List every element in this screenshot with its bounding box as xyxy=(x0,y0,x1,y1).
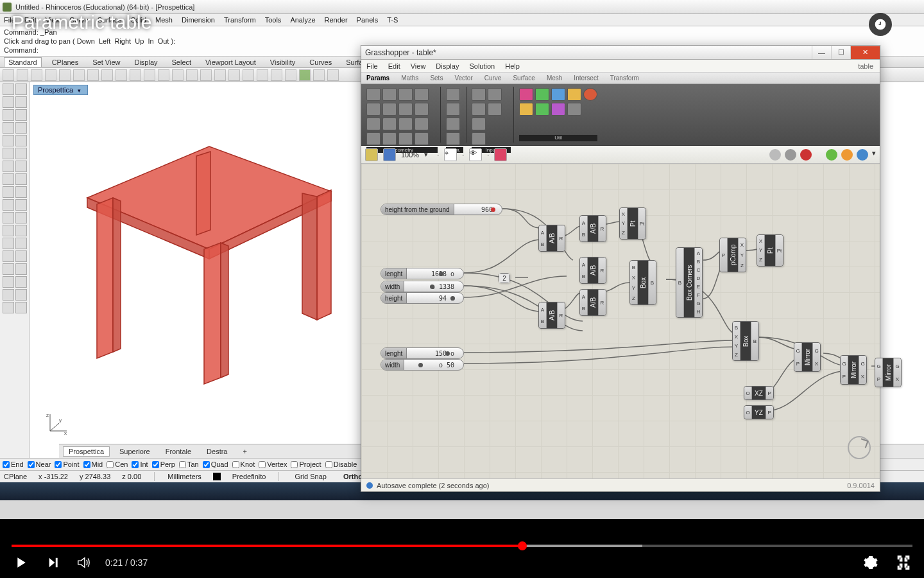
node-mirror-3[interactable]: GPMirrorGX xyxy=(875,358,902,387)
slider-lenght2[interactable]: lenght 150 o xyxy=(381,347,464,359)
slider-hfg-handle[interactable] xyxy=(491,207,495,212)
node-div-5[interactable]: ABA/BR xyxy=(538,302,565,329)
tool-pan-icon[interactable] xyxy=(130,69,141,81)
node-pt-2[interactable]: XYZPtPt xyxy=(757,234,783,267)
tool-undo-icon[interactable] xyxy=(101,69,113,81)
node-yz[interactable]: OYZP xyxy=(744,405,774,419)
slider-height1-handle[interactable] xyxy=(450,296,455,301)
ltb-line-icon[interactable] xyxy=(3,96,14,108)
node-xz[interactable]: OXZP xyxy=(744,386,774,400)
gh-menu-help[interactable]: Help xyxy=(505,62,520,70)
tool-new-icon[interactable] xyxy=(3,69,14,81)
tbtab-setview[interactable]: Set View xyxy=(89,58,124,67)
menu-analyze[interactable]: Analyze xyxy=(290,16,315,24)
gh-solver-recompute-icon[interactable] xyxy=(857,149,868,161)
gh-sketch-icon[interactable] xyxy=(494,148,507,161)
ghtab-intersect[interactable]: Intersect xyxy=(574,74,598,82)
gh-menu-file[interactable]: File xyxy=(366,62,378,70)
gh-preview-wire-icon[interactable] xyxy=(785,149,796,161)
node-div-4[interactable]: ABA/BR xyxy=(579,289,606,316)
ltb-pointer-icon[interactable] xyxy=(3,83,14,95)
gh-settings-dd-icon[interactable]: ▾ xyxy=(872,149,876,161)
slider-lenght1[interactable]: lenght 1628 o xyxy=(381,268,464,279)
gh-menubar[interactable]: File Edit View Display Solution Help tab… xyxy=(361,60,880,73)
tbtab-display[interactable]: Display xyxy=(130,58,161,67)
gh-zoom-dd-icon[interactable]: ▾ xyxy=(424,150,428,159)
osnap-tan-check[interactable] xyxy=(179,461,186,468)
ltb-rotate2-icon[interactable] xyxy=(3,225,14,236)
ghtab-vector[interactable]: Vector xyxy=(454,74,472,82)
osnap-tan[interactable]: Tan xyxy=(179,460,199,468)
tool-cut-icon[interactable] xyxy=(59,69,71,81)
node-box-2[interactable]: BXYZBoxB xyxy=(732,321,759,361)
toggle-gridsnap[interactable]: Grid Snap xyxy=(292,473,329,480)
tool-copy-icon[interactable] xyxy=(73,69,85,81)
tool-4views-icon[interactable] xyxy=(200,69,212,81)
menu-render[interactable]: Render xyxy=(325,16,348,24)
video-scrubber[interactable] xyxy=(518,541,527,550)
ltb-arc-icon[interactable] xyxy=(3,122,14,134)
ltb-split-icon[interactable] xyxy=(3,199,14,211)
menu-dimension[interactable]: Dimension xyxy=(182,16,215,24)
gh-menu-edit[interactable]: Edit xyxy=(388,62,400,70)
gh-category-tabs[interactable]: Params Maths Sets Vector Curve Surface M… xyxy=(361,73,880,84)
ltb-boolean-icon[interactable] xyxy=(3,276,14,288)
gh-menu-solution[interactable]: Solution xyxy=(469,62,495,70)
tool-help-icon[interactable] xyxy=(327,69,339,81)
ltb-surface-icon[interactable] xyxy=(3,148,14,159)
gh-compass-icon[interactable] xyxy=(848,436,871,459)
menu-mesh[interactable]: Mesh xyxy=(155,16,173,24)
ltb-options2-icon[interactable] xyxy=(3,302,14,313)
osnap-cen[interactable]: Cen xyxy=(107,460,128,468)
ghtab-surface[interactable]: Surface xyxy=(513,74,535,82)
vtab-superiore[interactable]: Superiore xyxy=(114,446,156,457)
tbtab-select[interactable]: Select xyxy=(168,58,196,67)
menu-tools[interactable]: Tools xyxy=(265,16,282,24)
gh-menu-display[interactable]: Display xyxy=(436,62,459,70)
ghtab-curve[interactable]: Curve xyxy=(484,74,502,82)
tbtab-vplayout[interactable]: Viewport Layout xyxy=(201,58,260,67)
ltb-render2-icon[interactable] xyxy=(3,289,14,301)
ghtab-maths[interactable]: Maths xyxy=(401,74,418,82)
ltb-move-icon[interactable] xyxy=(3,212,14,223)
osnap-perp-check[interactable] xyxy=(152,461,159,468)
viewport-name-tab[interactable]: Prospettica ▾ xyxy=(33,85,88,95)
osnap-mid[interactable]: Mid xyxy=(83,460,103,468)
gh-preview-off-icon[interactable] xyxy=(769,149,781,161)
ltb-rect-icon[interactable] xyxy=(15,122,27,134)
node-pt-1[interactable]: XYZPtPt xyxy=(619,207,646,240)
slider-width2[interactable]: width o 50 xyxy=(381,359,464,371)
osnap-near-check[interactable] xyxy=(28,461,35,468)
osnap-near[interactable]: Near xyxy=(28,460,51,468)
node-box-1[interactable]: BXYZBoxB xyxy=(629,260,656,305)
ghtab-mesh[interactable]: Mesh xyxy=(547,74,562,82)
tbtab-cplanes[interactable]: CPlanes xyxy=(48,58,83,67)
gh-canvas[interactable]: height from the ground 960 lenght 1628 o… xyxy=(361,164,880,478)
gh-save-icon[interactable] xyxy=(383,148,396,161)
slider-lenght1-handle[interactable] xyxy=(439,272,443,276)
ltb-join-icon[interactable] xyxy=(3,186,14,198)
osnap-knot[interactable]: Knot xyxy=(232,460,255,468)
gh-zoomfit-icon[interactable]: ⌖ xyxy=(444,148,457,161)
osnap-quad-check[interactable] xyxy=(203,461,210,468)
settings-icon[interactable] xyxy=(862,554,879,571)
next-icon[interactable] xyxy=(44,554,60,571)
gh-open-icon[interactable] xyxy=(365,148,378,161)
ghtab-transform[interactable]: Transform xyxy=(610,74,639,82)
volume-icon[interactable] xyxy=(74,554,91,571)
node-pcomp[interactable]: PpComp XYZ xyxy=(719,238,746,272)
tool-rotate-icon[interactable] xyxy=(144,69,155,81)
tool-paste-icon[interactable] xyxy=(87,69,99,81)
tool-print-icon[interactable] xyxy=(45,69,56,81)
tool-options-icon[interactable] xyxy=(313,69,325,81)
osnap-project-check[interactable] xyxy=(291,461,298,468)
osnap-perp[interactable]: Perp xyxy=(152,460,175,468)
node-div-1[interactable]: ABA/BR xyxy=(538,225,565,252)
viewport-dropdown-icon[interactable]: ▾ xyxy=(78,87,81,94)
node-boxcorners[interactable]: BBox Corners ABCDEFGH xyxy=(676,247,703,318)
ltb-text-icon[interactable] xyxy=(15,161,27,172)
slider-width1[interactable]: width o 1338 xyxy=(381,281,464,292)
grasshopper-window[interactable]: Grasshopper - table* — ☐ ✕ File Edit Vie… xyxy=(361,45,880,492)
ltb-ellipse-icon[interactable] xyxy=(3,135,14,146)
gh-maximize-button[interactable]: ☐ xyxy=(831,46,850,59)
